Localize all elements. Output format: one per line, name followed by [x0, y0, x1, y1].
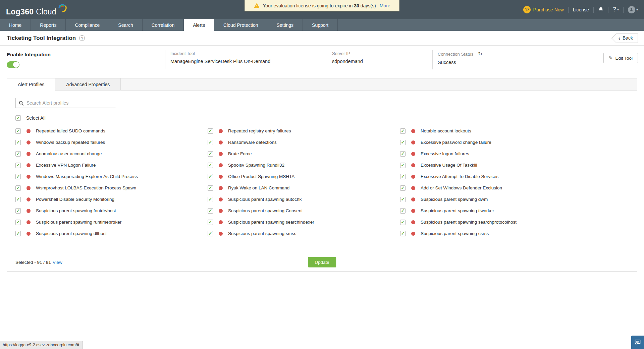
profile-checkbox[interactable]: ✓	[400, 163, 406, 168]
topbar-divider	[623, 7, 624, 13]
panel-tab-advanced-properties[interactable]: Advanced Properties	[55, 78, 121, 90]
profile-checkbox[interactable]: ✓	[400, 231, 406, 236]
panel-tab-alert-profiles[interactable]: Alert Profiles	[7, 78, 55, 91]
profile-checkbox[interactable]: ✓	[15, 174, 21, 179]
nav-tab-alerts[interactable]: Alerts	[184, 19, 214, 31]
page-help-icon[interactable]: ?	[79, 35, 85, 41]
profile-label: Office Product Spawning MSHTA	[228, 174, 294, 179]
profile-checkbox[interactable]: ✓	[208, 151, 213, 157]
enable-integration-toggle[interactable]	[7, 61, 19, 68]
help-question-icon: ?	[613, 6, 616, 13]
profile-checkbox[interactable]: ✓	[208, 197, 213, 202]
nav-tab-home[interactable]: Home	[0, 19, 31, 31]
profile-label: Add or Set Windows Defender Exclusion	[421, 185, 502, 190]
profile-label: Suspicious parent spawning dllhost	[36, 231, 107, 236]
severity-dot	[411, 232, 415, 236]
profile-checkbox[interactable]: ✓	[15, 128, 21, 134]
profile-checkbox[interactable]: ✓	[400, 185, 406, 191]
back-button[interactable]: ‹ Back	[616, 34, 638, 43]
profile-checkbox[interactable]: ✓	[15, 197, 21, 202]
select-all-row: ✓ Select All	[15, 115, 637, 121]
profile-checkbox[interactable]: ✓	[208, 163, 213, 168]
profile-label: Excessive logon failures	[421, 151, 469, 156]
severity-dot	[219, 129, 223, 133]
profile-checkbox[interactable]: ✓	[400, 151, 406, 157]
nav-tab-search[interactable]: Search	[109, 19, 142, 31]
nav-tab-cloud-protection[interactable]: Cloud Protection	[214, 19, 268, 31]
profile-checkbox[interactable]: ✓	[400, 128, 406, 134]
cart-icon	[523, 6, 531, 13]
alert-profile-item: ✓Suspicious parent spawning fontdrvhost	[15, 207, 208, 214]
log360-cloud-logo: Log360 Cloud	[6, 3, 67, 16]
page-title-row: Ticketing Tool Integration ? ‹ Back	[0, 31, 644, 46]
nav-tab-compliance[interactable]: Compliance	[66, 19, 109, 31]
alert-profile-item: ✓Wsmprovhost LOLBAS Execution Process Sp…	[15, 184, 208, 191]
user-account-menu[interactable]: ▾	[628, 6, 638, 13]
severity-dot	[411, 152, 415, 156]
incident-tool-field: Incident Tool ManageEngine ServiceDesk P…	[165, 50, 327, 69]
profile-checkbox[interactable]: ✓	[400, 197, 406, 202]
severity-dot	[26, 220, 31, 224]
severity-dot	[411, 129, 415, 133]
profile-checkbox[interactable]: ✓	[15, 140, 21, 145]
profile-checkbox[interactable]: ✓	[208, 185, 213, 191]
profile-checkbox[interactable]: ✓	[15, 151, 21, 157]
purchase-now-button[interactable]: Purchase Now	[523, 6, 564, 13]
alert-profile-columns: ✓Repeated failed SUDO commands✓Windows b…	[15, 127, 637, 253]
profile-checkbox[interactable]: ✓	[15, 163, 21, 168]
pencil-icon: ✎	[609, 55, 613, 61]
license-link[interactable]: License	[573, 7, 589, 12]
refresh-icon[interactable]: ↻	[478, 51, 482, 57]
profile-checkbox[interactable]: ✓	[15, 208, 21, 214]
profile-label: Repeated failed SUDO commands	[36, 128, 105, 133]
alert-profile-item: ✓Suspicious parent spawning dwm	[400, 196, 637, 203]
profile-checkbox[interactable]: ✓	[15, 220, 21, 225]
profile-label: Suspicious parent spawning smss	[228, 231, 296, 236]
profile-checkbox[interactable]: ✓	[400, 220, 406, 225]
profile-checkbox[interactable]: ✓	[400, 208, 406, 214]
chevron-down-icon: ▾	[636, 8, 638, 11]
chat-support-button[interactable]	[631, 336, 644, 349]
profile-checkbox[interactable]: ✓	[400, 174, 406, 179]
nav-tab-reports[interactable]: Reports	[31, 19, 66, 31]
banner-more-link[interactable]: More	[380, 3, 390, 8]
profile-checkbox[interactable]: ✓	[208, 128, 213, 134]
help-menu[interactable]: ? ▾	[613, 6, 619, 13]
severity-dot	[219, 220, 223, 224]
profile-checkbox[interactable]: ✓	[15, 185, 21, 191]
search-icon	[19, 101, 24, 106]
chevron-down-icon: ▾	[617, 8, 619, 11]
alert-profile-item: ✓Powershell Disable Security Monitoring	[15, 196, 208, 203]
severity-dot	[219, 186, 223, 190]
edit-tool-button[interactable]: ✎ Edit Tool	[603, 53, 638, 63]
connection-status-value: Success	[438, 60, 600, 65]
severity-dot	[219, 163, 223, 167]
profile-checkbox[interactable]: ✓	[400, 140, 406, 145]
enable-integration-label: Enable Integration	[7, 52, 165, 57]
alert-profile-item: ✓Suspicious parent spawning tiworker	[400, 207, 637, 214]
profile-checkbox[interactable]: ✓	[15, 231, 21, 236]
severity-dot	[26, 197, 31, 201]
profile-checkbox[interactable]: ✓	[208, 174, 213, 179]
profile-checkbox[interactable]: ✓	[208, 208, 213, 214]
select-all-checkbox[interactable]: ✓	[15, 115, 21, 121]
view-link[interactable]: View	[53, 260, 62, 265]
server-ip-value: sdpondemand	[332, 59, 429, 64]
profile-checkbox[interactable]: ✓	[208, 231, 213, 236]
alert-profile-item: ✓Suspicious parent spawning smss	[208, 230, 400, 237]
update-button[interactable]: Update	[308, 257, 336, 268]
search-alert-profiles-input[interactable]	[26, 100, 113, 106]
notifications-bell-icon[interactable]	[598, 7, 604, 12]
back-label: Back	[623, 35, 633, 41]
topbar-right-cluster: Purchase Now License ? ▾ ▾	[523, 6, 638, 13]
main-nav-tabs: HomeReportsComplianceSearchCorrelationAl…	[0, 19, 644, 31]
nav-tab-support[interactable]: Support	[303, 19, 338, 31]
nav-tab-settings[interactable]: Settings	[267, 19, 303, 31]
avatar	[628, 6, 635, 13]
nav-tab-correlation[interactable]: Correlation	[143, 19, 184, 31]
profile-label: Anomalous user account change	[36, 151, 102, 156]
selected-count: Selected - 91 / 91	[15, 260, 51, 265]
alert-profile-item: ✓Suspicious parent spawning csrss	[400, 230, 637, 237]
profile-checkbox[interactable]: ✓	[208, 220, 213, 225]
profile-checkbox[interactable]: ✓	[208, 140, 213, 145]
